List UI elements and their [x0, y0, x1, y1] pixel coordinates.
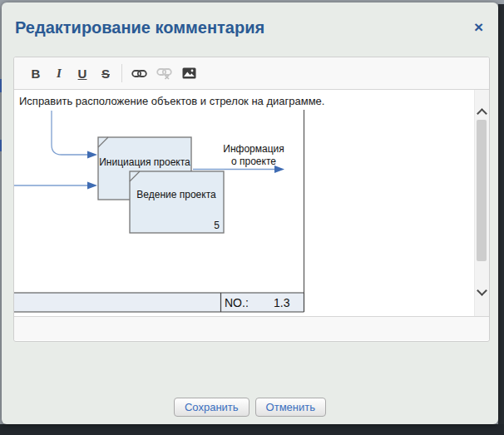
comment-text: Исправить расположение объектов и стрело… [19, 95, 324, 107]
save-button[interactable]: Сохранить [174, 398, 250, 417]
scroll-up-icon[interactable] [477, 108, 487, 119]
editor-status-bar [14, 316, 489, 340]
page-background-right [498, 4, 504, 435]
unlink-icon[interactable] [151, 62, 176, 84]
image-icon[interactable] [176, 62, 201, 84]
editor-toolbar: B I U S [14, 57, 489, 90]
italic-button[interactable]: I [47, 62, 71, 84]
edit-comment-dialog: Редактирование комментария × B I U S [2, 2, 498, 424]
editor-content-area[interactable]: Исправить расположение объектов и стрело… [14, 90, 489, 316]
strikethrough-button[interactable]: S [94, 62, 117, 84]
link-icon[interactable] [126, 62, 151, 84]
diagram-arrow-curved [52, 111, 87, 155]
page-background-bottom [0, 424, 504, 435]
toolbar-separator [121, 64, 122, 82]
bold-button[interactable]: B [24, 62, 47, 84]
dialog-buttons: Сохранить Отменить [2, 398, 498, 417]
scrollbar-thumb[interactable] [477, 120, 487, 261]
diagram-box-management [130, 171, 224, 233]
diagram-box2-label: Ведение проекта [136, 189, 216, 200]
diagram-arrowhead [87, 151, 97, 159]
dialog-title: Редактирование комментария [15, 18, 264, 37]
close-icon[interactable]: × [474, 19, 483, 35]
screen: Редактирование комментария × B I U S [0, 0, 504, 435]
embedded-diagram-image[interactable]: Инициация проекта Информация о проекте В… [14, 110, 305, 314]
rich-text-editor: B I U S [13, 57, 490, 342]
diagram-arrow-label-line2: о проекте [231, 156, 276, 167]
underline-button[interactable]: U [71, 62, 94, 84]
diagram-number-label: NO.: [225, 296, 249, 309]
diagram-arrowhead [87, 182, 97, 190]
scroll-down-icon[interactable] [477, 285, 487, 296]
diagram-title-bar [14, 293, 304, 312]
diagram-box1-label: Инициация проекта [99, 156, 190, 168]
diagram-box2-number: 5 [214, 220, 220, 231]
editor-scrollbar[interactable] [474, 90, 489, 316]
diagram-number-value: 1.3 [274, 296, 290, 309]
diagram-svg: Инициация проекта Информация о проекте В… [14, 110, 305, 314]
diagram-arrow-label-line1: Информация [223, 143, 284, 155]
cancel-button[interactable]: Отменить [255, 398, 326, 417]
